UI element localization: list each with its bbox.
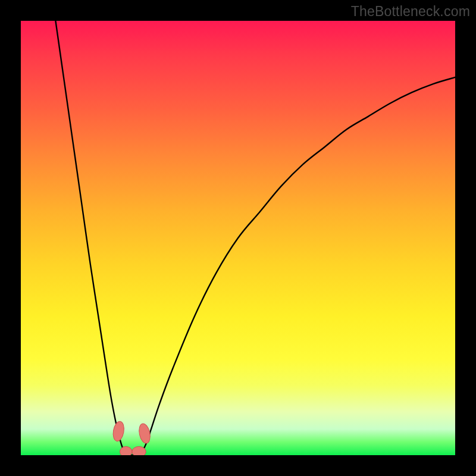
left-curve xyxy=(55,21,133,455)
chart-frame: TheBottleneck.com xyxy=(0,0,476,476)
right-top-marker xyxy=(137,422,152,444)
right-curve xyxy=(134,77,455,455)
markers-group xyxy=(112,421,152,455)
left-top-marker xyxy=(112,421,126,442)
bottom-left-marker xyxy=(120,446,131,455)
watermark-text: TheBottleneck.com xyxy=(351,4,470,20)
plot-area xyxy=(21,21,455,455)
curves-svg xyxy=(21,21,455,455)
bottom-right-marker xyxy=(132,446,146,455)
